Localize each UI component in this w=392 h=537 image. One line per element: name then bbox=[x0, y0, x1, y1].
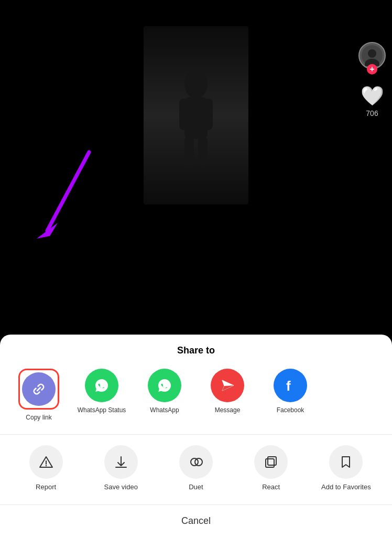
save-video-label: Save video bbox=[104, 483, 138, 492]
share-row: Copy link WhatsApp Status WhatsApp bbox=[0, 369, 392, 422]
message-icon bbox=[219, 377, 236, 394]
avatar-image bbox=[362, 45, 383, 66]
copy-link-icon-circle bbox=[22, 372, 56, 406]
share-item-whatsapp[interactable]: WhatsApp bbox=[136, 369, 193, 415]
whatsapp-icon bbox=[155, 376, 174, 395]
report-label: Report bbox=[36, 483, 56, 492]
arrow-annotation bbox=[31, 147, 100, 252]
like-button[interactable]: 🤍 706 bbox=[361, 85, 384, 117]
link-icon bbox=[30, 381, 47, 398]
svg-rect-21 bbox=[268, 457, 276, 465]
share-item-facebook[interactable]: f Facebook bbox=[262, 369, 319, 415]
heart-icon: 🤍 bbox=[361, 85, 384, 107]
duet-label: Duet bbox=[189, 483, 203, 492]
bottom-sheet: Share to Copy link bbox=[0, 335, 392, 537]
purple-arrow-svg bbox=[31, 147, 100, 252]
save-video-icon bbox=[114, 455, 128, 469]
facebook-icon: f bbox=[282, 377, 299, 394]
svg-rect-4 bbox=[184, 136, 194, 165]
svg-point-7 bbox=[368, 49, 376, 58]
share-item-copy-link[interactable]: Copy link bbox=[10, 369, 67, 422]
react-icon-circle bbox=[254, 445, 288, 479]
svg-rect-2 bbox=[179, 99, 189, 130]
share-item-message[interactable]: Message bbox=[199, 369, 256, 415]
whatsapp-icon-circle bbox=[148, 369, 181, 402]
svg-rect-20 bbox=[266, 459, 274, 467]
action-report[interactable]: Report bbox=[20, 445, 72, 492]
whatsapp-label: WhatsApp bbox=[150, 406, 179, 415]
whatsapp-status-icon-circle bbox=[85, 369, 118, 402]
like-count: 706 bbox=[366, 109, 378, 117]
add-favorites-icon bbox=[339, 455, 353, 469]
share-title: Share to bbox=[0, 345, 392, 356]
message-icon-circle bbox=[211, 369, 244, 402]
add-favorites-label: Add to Favorites bbox=[321, 483, 371, 492]
duet-icon bbox=[189, 455, 203, 469]
report-icon-circle bbox=[29, 445, 63, 479]
svg-point-0 bbox=[184, 69, 208, 99]
action-save-video[interactable]: Save video bbox=[95, 445, 147, 492]
react-label: React bbox=[262, 483, 280, 492]
duet-icon-circle bbox=[179, 445, 213, 479]
svg-point-15 bbox=[45, 465, 46, 466]
cancel-button[interactable]: Cancel bbox=[0, 505, 392, 537]
svg-line-9 bbox=[47, 152, 89, 231]
avatar-wrapper[interactable]: + bbox=[358, 42, 386, 74]
copy-link-label: Copy link bbox=[26, 414, 51, 422]
action-duet[interactable]: Duet bbox=[170, 445, 222, 492]
share-item-whatsapp-status[interactable]: WhatsApp Status bbox=[73, 369, 130, 415]
figure-silhouette bbox=[170, 63, 222, 168]
report-icon bbox=[39, 455, 53, 469]
action-row: Report Save video Duet bbox=[0, 445, 392, 492]
add-favorites-icon-circle bbox=[329, 445, 363, 479]
save-video-icon-circle bbox=[104, 445, 138, 479]
action-react[interactable]: React bbox=[245, 445, 297, 492]
whatsapp-status-icon bbox=[92, 376, 111, 395]
sidebar-icons: + 🤍 706 bbox=[358, 42, 386, 117]
facebook-label: Facebook bbox=[277, 406, 304, 415]
follow-button[interactable]: + bbox=[367, 64, 377, 74]
divider-1 bbox=[0, 434, 392, 435]
action-add-favorites[interactable]: Add to Favorites bbox=[320, 445, 372, 492]
whatsapp-status-label: WhatsApp Status bbox=[78, 406, 126, 415]
svg-rect-5 bbox=[198, 136, 208, 165]
facebook-icon-circle: f bbox=[274, 369, 307, 402]
svg-rect-3 bbox=[203, 99, 213, 130]
svg-text:f: f bbox=[286, 378, 291, 394]
react-icon bbox=[264, 455, 278, 469]
message-label: Message bbox=[215, 406, 241, 415]
svg-marker-10 bbox=[37, 223, 58, 239]
